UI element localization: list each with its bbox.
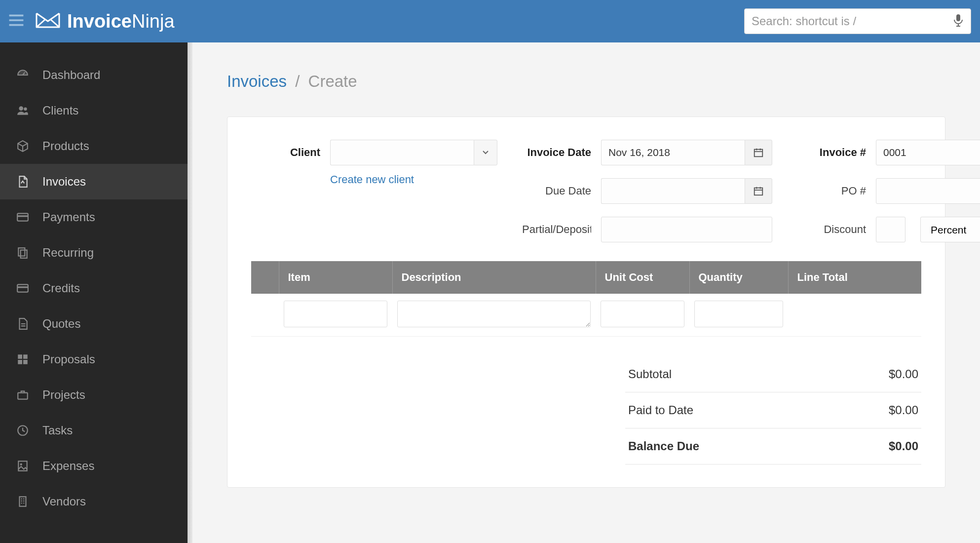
svg-rect-13 bbox=[18, 461, 27, 471]
file-image-icon bbox=[16, 460, 30, 472]
discount-type-select[interactable]: Percent bbox=[920, 217, 980, 242]
invoice-number-input[interactable] bbox=[876, 140, 980, 165]
sidebar-item-label: Clients bbox=[42, 104, 78, 117]
invoice-date-input[interactable] bbox=[601, 140, 745, 165]
sidebar-item-label: Quotes bbox=[42, 317, 80, 331]
sidebar-item-dashboard[interactable]: Dashboard bbox=[0, 57, 188, 93]
sidebar-item-clients[interactable]: Clients bbox=[0, 93, 188, 128]
breadcrumb: Invoices / Create bbox=[227, 72, 945, 91]
svg-rect-10 bbox=[23, 360, 28, 364]
sidebar-item-products[interactable]: Products bbox=[0, 128, 188, 164]
discount-label: Discount bbox=[797, 223, 866, 236]
sidebar-item-payments[interactable]: Payments bbox=[0, 199, 188, 235]
sidebar-item-label: Projects bbox=[42, 388, 85, 402]
sidebar-item-credits[interactable]: Credits bbox=[0, 271, 188, 306]
client-dropdown-button[interactable] bbox=[474, 140, 497, 165]
svg-point-2 bbox=[24, 108, 27, 111]
building-icon bbox=[16, 495, 30, 508]
briefcase-icon bbox=[16, 388, 30, 401]
sidebar-item-label: Dashboard bbox=[42, 68, 100, 82]
sidebar-item-projects[interactable]: Projects bbox=[0, 377, 188, 413]
svg-rect-5 bbox=[21, 250, 27, 258]
line-items-table: Item Description Unit Cost Quantity Line… bbox=[251, 261, 921, 337]
caret-down-icon bbox=[483, 151, 489, 155]
sidebar: Dashboard Clients Products Invoices Paym… bbox=[0, 42, 188, 543]
svg-rect-15 bbox=[20, 497, 26, 506]
svg-rect-0 bbox=[956, 14, 960, 21]
unit-cost-column-header: Unit Cost bbox=[596, 261, 689, 294]
paid-to-date-row: Paid to Date $0.00 bbox=[625, 392, 921, 428]
menu-toggle-button[interactable] bbox=[6, 12, 27, 31]
dashboard-icon bbox=[16, 69, 30, 81]
invoice-date-label: Invoice Date bbox=[522, 146, 591, 159]
quantity-column-header: Quantity bbox=[689, 261, 788, 294]
sidebar-item-label: Invoices bbox=[42, 175, 86, 189]
description-column-header: Description bbox=[392, 261, 596, 294]
due-date-calendar-button[interactable] bbox=[745, 178, 772, 204]
sidebar-item-label: Recurring bbox=[42, 246, 94, 260]
breadcrumb-parent-link[interactable]: Invoices bbox=[227, 72, 287, 90]
quantity-input[interactable] bbox=[694, 301, 783, 327]
svg-point-14 bbox=[20, 464, 22, 465]
sidebar-item-vendors[interactable]: Vendors bbox=[0, 484, 188, 519]
discount-amount-input[interactable] bbox=[876, 217, 905, 242]
totals-section: Subtotal $0.00 Paid to Date $0.00 Balanc… bbox=[625, 356, 921, 465]
drag-column-header bbox=[251, 261, 279, 294]
sidebar-item-label: Payments bbox=[42, 210, 95, 224]
partial-deposit-input[interactable] bbox=[601, 217, 772, 242]
search-input[interactable] bbox=[752, 14, 953, 28]
due-date-label: Due Date bbox=[522, 185, 591, 197]
file-text-icon bbox=[16, 317, 30, 330]
sidebar-scrollbar[interactable] bbox=[188, 42, 192, 543]
calendar-icon bbox=[753, 186, 764, 196]
balance-due-label: Balance Due bbox=[628, 439, 699, 453]
sidebar-item-proposals[interactable]: Proposals bbox=[0, 342, 188, 377]
subtotal-label: Subtotal bbox=[628, 367, 672, 381]
credit-card-icon bbox=[16, 282, 30, 295]
subtotal-value: $0.00 bbox=[889, 367, 918, 381]
drag-handle[interactable] bbox=[251, 294, 279, 337]
unit-cost-input[interactable] bbox=[601, 301, 684, 327]
client-input[interactable] bbox=[330, 140, 474, 165]
sidebar-item-recurring[interactable]: Recurring bbox=[0, 235, 188, 271]
sidebar-item-invoices[interactable]: Invoices bbox=[0, 164, 188, 199]
client-label: Client bbox=[251, 146, 320, 159]
svg-rect-3 bbox=[17, 213, 28, 221]
sidebar-item-label: Credits bbox=[42, 281, 80, 295]
sidebar-item-label: Vendors bbox=[42, 495, 86, 508]
svg-rect-4 bbox=[18, 248, 25, 256]
files-icon bbox=[16, 246, 30, 259]
po-number-input[interactable] bbox=[876, 178, 980, 204]
invoice-form-panel: Client Create new client Invoice Date bbox=[227, 116, 945, 488]
description-input[interactable] bbox=[397, 301, 591, 327]
due-date-input[interactable] bbox=[601, 178, 745, 204]
invoice-date-calendar-button[interactable] bbox=[745, 140, 772, 165]
invoice-number-label: Invoice # bbox=[797, 146, 866, 159]
svg-rect-8 bbox=[23, 354, 28, 359]
table-row bbox=[251, 294, 921, 337]
svg-rect-7 bbox=[18, 354, 22, 359]
create-new-client-link[interactable]: Create new client bbox=[330, 173, 497, 186]
sidebar-item-tasks[interactable]: Tasks bbox=[0, 413, 188, 448]
svg-rect-11 bbox=[18, 393, 28, 399]
file-pdf-icon bbox=[16, 175, 30, 188]
svg-rect-16 bbox=[754, 150, 763, 157]
paid-to-date-label: Paid to Date bbox=[628, 403, 693, 417]
svg-rect-17 bbox=[754, 188, 763, 195]
th-large-icon bbox=[16, 353, 30, 366]
calendar-icon bbox=[753, 147, 764, 158]
po-number-label: PO # bbox=[797, 185, 866, 197]
breadcrumb-separator: / bbox=[295, 72, 300, 90]
item-input[interactable] bbox=[284, 301, 387, 327]
svg-rect-6 bbox=[17, 284, 28, 292]
balance-due-value: $0.00 bbox=[889, 439, 918, 453]
app-logo[interactable]: InvoiceNinja bbox=[36, 11, 175, 32]
sidebar-item-expenses[interactable]: Expenses bbox=[0, 448, 188, 484]
users-icon bbox=[16, 104, 30, 117]
logo-text: InvoiceNinja bbox=[67, 11, 175, 32]
search-box[interactable] bbox=[744, 8, 971, 34]
microphone-icon[interactable] bbox=[953, 14, 964, 29]
sidebar-item-quotes[interactable]: Quotes bbox=[0, 306, 188, 342]
sidebar-item-label: Expenses bbox=[42, 459, 94, 473]
item-column-header: Item bbox=[279, 261, 392, 294]
